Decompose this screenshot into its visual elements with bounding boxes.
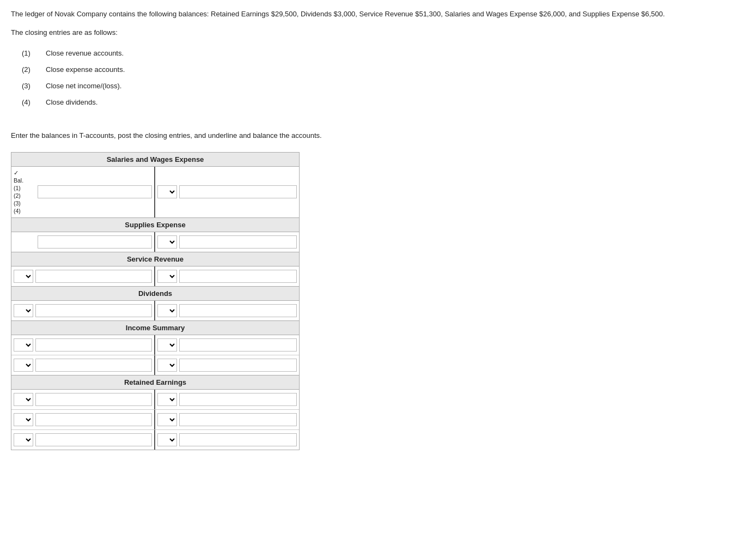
retained-earnings-right-dropdown-1[interactable]: Bal. (1) (2) (3) (4) [157, 393, 177, 406]
entry-4-label: (4) [14, 207, 36, 215]
retained-earnings-left-amount-2[interactable] [35, 413, 152, 426]
entry-3: (3) Close net income/(loss). [11, 82, 745, 90]
t-account-salaries-wages: Salaries and Wages Expense ✓ Bal. (1) (2… [11, 152, 300, 218]
service-revenue-right-amount[interactable] [179, 270, 297, 283]
retained-earnings-left-1: Bal. (1) (2) (3) (4) [11, 390, 155, 409]
entry-2-text: Close expense accounts. [46, 65, 125, 74]
entry-2-label: (2) [14, 192, 36, 199]
income-summary-left-dropdown-1[interactable]: Bal. (1) (2) (3) (4) [14, 338, 33, 352]
salaries-wages-right-amount[interactable] [179, 185, 297, 198]
income-summary-left-dropdown-2[interactable]: Bal. (1) (2) (3) (4) [14, 359, 33, 372]
supplies-expense-right-amount[interactable] [179, 235, 297, 249]
checkmark-label: ✓ [14, 169, 36, 177]
retained-earnings-right-dropdown-3[interactable]: Bal. (1) (2) (3) (4) [157, 433, 177, 446]
retained-earnings-right-dropdown-2[interactable]: Bal. (1) (2) (3) (4) [157, 413, 177, 426]
retained-earnings-right-amount-1[interactable] [179, 393, 297, 406]
income-summary-right-amount-2[interactable] [179, 359, 297, 372]
t-account-retained-earnings-row-3: Bal. (1) (2) (3) (4) Bal. (1) (2) (3) (4… [11, 430, 299, 450]
t-account-dividends: Dividends Bal. (1) (2) (3) (4) Bal. (1) [11, 287, 300, 321]
entry-1-num: (1) [22, 49, 37, 57]
retained-earnings-right-2: Bal. (1) (2) (3) (4) [155, 410, 299, 429]
t-account-retained-earnings: Retained Earnings Bal. (1) (2) (3) (4) B… [11, 375, 300, 450]
entry-2-num: (2) [22, 65, 37, 74]
retained-earnings-right-amount-2[interactable] [179, 413, 297, 426]
service-revenue-right: Bal. (1) (2) (3) (4) [155, 266, 299, 286]
retained-earnings-left-3: Bal. (1) (2) (3) (4) [11, 430, 155, 450]
income-summary-left-amount-1[interactable] [35, 338, 152, 352]
entry-3-num: (3) [22, 82, 37, 90]
t-account-income-summary-row-2: Bal. (1) (2) (3) (4) Bal. (1) (2) (3) (4… [11, 355, 299, 375]
salaries-wages-right-dropdown[interactable]: Bal. (1) (2) (3) (4) [157, 185, 177, 198]
t-account-salaries-wages-header: Salaries and Wages Expense [11, 153, 299, 167]
income-summary-right-2: Bal. (1) (2) (3) (4) [155, 355, 299, 375]
t-account-income-summary-row-1: Bal. (1) (2) (3) (4) Bal. (1) (2) (3) (4… [11, 335, 299, 355]
entry-4: (4) Close dividends. [11, 98, 745, 106]
supplies-expense-right-dropdown[interactable]: Bal. (1) (2) (3) (4) [157, 235, 177, 249]
dividends-right: Bal. (1) (2) (3) (4) [155, 301, 299, 320]
dividends-left: Bal. (1) (2) (3) (4) [11, 301, 155, 320]
salaries-wages-left: ✓ Bal. (1) (2) (3) (4) [11, 167, 155, 217]
service-revenue-left-amount[interactable] [35, 270, 152, 283]
bal-label: Bal. [14, 177, 36, 184]
t-account-income-summary-header: Income Summary [11, 321, 299, 335]
retained-earnings-left-dropdown-3[interactable]: Bal. (1) (2) (3) (4) [14, 433, 33, 446]
entry-4-num: (4) [22, 98, 37, 106]
entry-1-label: (1) [14, 184, 36, 192]
income-summary-left-2: Bal. (1) (2) (3) (4) [11, 355, 155, 375]
income-summary-right-amount-1[interactable] [179, 338, 297, 352]
t-account-supplies-expense-row-1: Bal. (1) (2) (3) (4) [11, 232, 299, 252]
entry-1: (1) Close revenue accounts. [11, 49, 745, 57]
retained-earnings-left-amount-1[interactable] [35, 393, 152, 406]
retained-earnings-right-1: Bal. (1) (2) (3) (4) [155, 390, 299, 409]
dividends-left-amount[interactable] [35, 304, 152, 317]
t-account-service-revenue-row-1: Bal. (1) (2) (3) (4) Bal. (1) (2) (3) (4… [11, 266, 299, 286]
entry-3-label: (3) [14, 199, 36, 207]
t-account-retained-earnings-header: Retained Earnings [11, 375, 299, 390]
service-revenue-left: Bal. (1) (2) (3) (4) [11, 266, 155, 286]
supplies-expense-right: Bal. (1) (2) (3) (4) [155, 232, 299, 252]
supplies-expense-left [11, 232, 155, 252]
entry-2: (2) Close expense accounts. [11, 65, 745, 74]
instructions: Enter the balances in T-accounts, post t… [11, 130, 745, 141]
entry-3-text: Close net income/(loss). [46, 82, 121, 90]
intro-text: The ledger of Novak Company contains the… [11, 9, 745, 20]
income-summary-right-1: Bal. (1) (2) (3) (4) [155, 335, 299, 355]
salaries-wages-right: Bal. (1) (2) (3) (4) [155, 182, 299, 202]
retained-earnings-left-amount-3[interactable] [35, 433, 152, 446]
income-summary-left-amount-2[interactable] [35, 359, 152, 372]
t-account-service-revenue: Service Revenue Bal. (1) (2) (3) (4) Bal… [11, 252, 300, 287]
salaries-wages-left-amount[interactable] [38, 185, 152, 198]
entry-4-text: Close dividends. [46, 98, 97, 106]
entry-1-text: Close revenue accounts. [46, 49, 124, 57]
retained-earnings-left-2: Bal. (1) (2) (3) (4) [11, 410, 155, 429]
t-account-retained-earnings-row-2: Bal. (1) (2) (3) (4) Bal. (1) (2) (3) (4… [11, 410, 299, 430]
retained-earnings-left-dropdown-2[interactable]: Bal. (1) (2) (3) (4) [14, 413, 33, 426]
t-account-dividends-header: Dividends [11, 287, 299, 301]
income-summary-left-1: Bal. (1) (2) (3) (4) [11, 335, 155, 355]
income-summary-right-dropdown-2[interactable]: Bal. (1) (2) (3) (4) [157, 359, 177, 372]
t-account-retained-earnings-row-1: Bal. (1) (2) (3) (4) Bal. (1) (2) (3) (4… [11, 390, 299, 410]
t-account-supplies-expense-header: Supplies Expense [11, 218, 299, 232]
t-account-salaries-wages-row-1: ✓ Bal. (1) (2) (3) (4) Bal. (1) (2) (3) … [11, 167, 299, 217]
t-account-service-revenue-header: Service Revenue [11, 252, 299, 266]
dividends-right-dropdown[interactable]: Bal. (1) (2) (3) (4) [157, 304, 177, 317]
supplies-expense-left-amount[interactable] [38, 235, 152, 249]
retained-earnings-right-amount-3[interactable] [179, 433, 297, 446]
closing-entries-header: The closing entries are as follows: [11, 27, 745, 38]
service-revenue-left-dropdown[interactable]: Bal. (1) (2) (3) (4) [14, 270, 33, 283]
t-account-supplies-expense: Supplies Expense Bal. (1) (2) (3) (4) [11, 218, 300, 252]
retained-earnings-right-3: Bal. (1) (2) (3) (4) [155, 430, 299, 450]
service-revenue-right-dropdown[interactable]: Bal. (1) (2) (3) (4) [157, 270, 177, 283]
t-account-income-summary: Income Summary Bal. (1) (2) (3) (4) Bal.… [11, 321, 300, 375]
t-account-dividends-row-1: Bal. (1) (2) (3) (4) Bal. (1) (2) (3) (4… [11, 301, 299, 320]
dividends-right-amount[interactable] [179, 304, 297, 317]
income-summary-right-dropdown-1[interactable]: Bal. (1) (2) (3) (4) [157, 338, 177, 352]
retained-earnings-left-dropdown-1[interactable]: Bal. (1) (2) (3) (4) [14, 393, 33, 406]
t-accounts-container: Salaries and Wages Expense ✓ Bal. (1) (2… [11, 152, 300, 450]
dividends-left-dropdown[interactable]: Bal. (1) (2) (3) (4) [14, 304, 33, 317]
salaries-wages-left-labels: ✓ Bal. (1) (2) (3) (4) [14, 169, 38, 215]
